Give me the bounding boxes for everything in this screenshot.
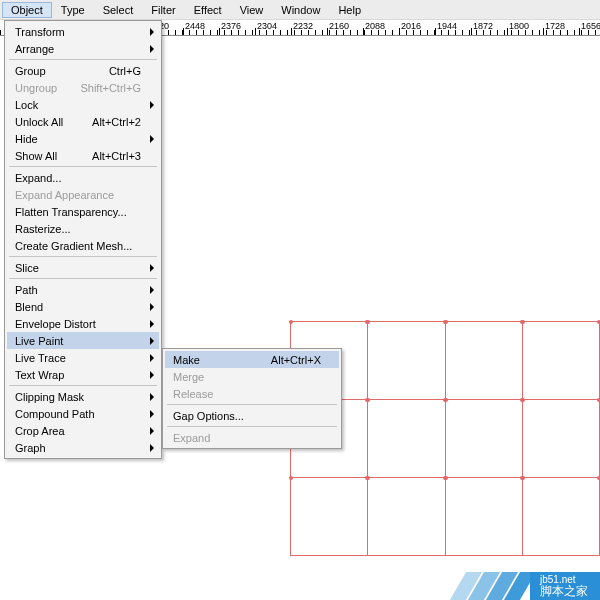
menubar-item-filter[interactable]: Filter <box>142 2 184 18</box>
menubar-item-object[interactable]: Object <box>2 2 52 18</box>
ruler-tick: 1872 <box>473 21 493 31</box>
menu-item-label: Live Trace <box>15 352 141 364</box>
watermark: jb51.net 脚本之家 <box>458 572 600 600</box>
menu-item-label: Slice <box>15 262 141 274</box>
menu-item-shortcut: Ctrl+G <box>109 65 141 77</box>
menu-item-label: Lock <box>15 99 141 111</box>
live-paint-item-release: Release <box>165 385 339 402</box>
menu-item-label: Compound Path <box>15 408 141 420</box>
object-menu-item-clipping-mask[interactable]: Clipping Mask <box>7 388 159 405</box>
menu-item-shortcut: Alt+Ctrl+3 <box>92 150 141 162</box>
menu-item-label: Gap Options... <box>173 410 321 422</box>
object-menu-item-live-trace[interactable]: Live Trace <box>7 349 159 366</box>
menu-item-label: Expand <box>173 432 321 444</box>
menubar-item-type[interactable]: Type <box>52 2 94 18</box>
object-menu-item-live-paint[interactable]: Live Paint <box>7 332 159 349</box>
live-paint-item-make[interactable]: MakeAlt+Ctrl+X <box>165 351 339 368</box>
submenu-arrow-icon <box>150 286 154 294</box>
object-menu-item-expand[interactable]: Expand... <box>7 169 159 186</box>
menu-separator <box>167 426 337 427</box>
menu-item-label: Rasterize... <box>15 223 141 235</box>
ruler-tick: 1944 <box>437 21 457 31</box>
live-paint-item-expand: Expand <box>165 429 339 446</box>
submenu-arrow-icon <box>150 135 154 143</box>
object-menu-item-envelope-distort[interactable]: Envelope Distort <box>7 315 159 332</box>
menu-item-label: Hide <box>15 133 141 145</box>
ruler-tick: 1656 <box>581 21 600 31</box>
ruler-tick: 2088 <box>365 21 385 31</box>
menu-item-label: Expand Appearance <box>15 189 141 201</box>
submenu-arrow-icon <box>150 303 154 311</box>
menu-item-label: Create Gradient Mesh... <box>15 240 141 252</box>
ruler-tick: 2448 <box>185 21 205 31</box>
ruler-tick: 1728 <box>545 21 565 31</box>
menubar-item-view[interactable]: View <box>231 2 273 18</box>
object-menu-item-hide[interactable]: Hide <box>7 130 159 147</box>
ruler-tick: 2304 <box>257 21 277 31</box>
submenu-arrow-icon <box>150 410 154 418</box>
menu-item-shortcut: Alt+Ctrl+X <box>271 354 321 366</box>
menu-separator <box>9 166 157 167</box>
menu-separator <box>9 385 157 386</box>
menu-item-label: Live Paint <box>15 335 141 347</box>
submenu-arrow-icon <box>150 264 154 272</box>
menu-item-label: Transform <box>15 26 141 38</box>
submenu-arrow-icon <box>150 45 154 53</box>
submenu-arrow-icon <box>150 444 154 452</box>
object-menu-item-graph[interactable]: Graph <box>7 439 159 456</box>
object-menu-item-crop-area[interactable]: Crop Area <box>7 422 159 439</box>
object-menu-item-compound-path[interactable]: Compound Path <box>7 405 159 422</box>
menu-item-label: Unlock All <box>15 116 80 128</box>
menu-item-label: Arrange <box>15 43 141 55</box>
object-menu-item-arrange[interactable]: Arrange <box>7 40 159 57</box>
object-menu-item-blend[interactable]: Blend <box>7 298 159 315</box>
submenu-arrow-icon <box>150 320 154 328</box>
submenu-arrow-icon <box>150 28 154 36</box>
object-menu-item-unlock-all[interactable]: Unlock AllAlt+Ctrl+2 <box>7 113 159 130</box>
live-paint-item-gap-options[interactable]: Gap Options... <box>165 407 339 424</box>
menu-item-label: Graph <box>15 442 141 454</box>
live-paint-submenu: MakeAlt+Ctrl+XMergeReleaseGap Options...… <box>162 348 342 449</box>
menu-item-label: Merge <box>173 371 321 383</box>
object-menu-item-lock[interactable]: Lock <box>7 96 159 113</box>
submenu-arrow-icon <box>150 393 154 401</box>
object-menu-item-expand-appearance: Expand Appearance <box>7 186 159 203</box>
menu-separator <box>9 278 157 279</box>
menu-item-label: Crop Area <box>15 425 141 437</box>
menu-item-label: Release <box>173 388 321 400</box>
ruler-tick: 2232 <box>293 21 313 31</box>
ruler-tick: 2016 <box>401 21 421 31</box>
object-menu-item-slice[interactable]: Slice <box>7 259 159 276</box>
menu-separator <box>9 59 157 60</box>
menu-separator <box>9 256 157 257</box>
object-menu-item-ungroup: UngroupShift+Ctrl+G <box>7 79 159 96</box>
ruler-tick: 2376 <box>221 21 241 31</box>
menu-item-label: Flatten Transparency... <box>15 206 141 218</box>
object-menu-item-path[interactable]: Path <box>7 281 159 298</box>
menu-item-label: Ungroup <box>15 82 68 94</box>
object-menu-item-group[interactable]: GroupCtrl+G <box>7 62 159 79</box>
menu-item-label: Envelope Distort <box>15 318 141 330</box>
menu-item-label: Make <box>173 354 259 366</box>
object-menu-item-text-wrap[interactable]: Text Wrap <box>7 366 159 383</box>
object-menu-item-flatten-transparency[interactable]: Flatten Transparency... <box>7 203 159 220</box>
menu-item-label: Blend <box>15 301 141 313</box>
menu-item-shortcut: Shift+Ctrl+G <box>80 82 141 94</box>
object-menu-item-show-all[interactable]: Show AllAlt+Ctrl+3 <box>7 147 159 164</box>
menu-item-label: Expand... <box>15 172 141 184</box>
menubar-item-help[interactable]: Help <box>329 2 370 18</box>
menubar-item-effect[interactable]: Effect <box>185 2 231 18</box>
object-menu-item-create-gradient-mesh[interactable]: Create Gradient Mesh... <box>7 237 159 254</box>
ruler-tick: 1800 <box>509 21 529 31</box>
menu-item-label: Group <box>15 65 97 77</box>
object-menu: TransformArrangeGroupCtrl+GUngroupShift+… <box>4 20 162 459</box>
submenu-arrow-icon <box>150 354 154 362</box>
menubar-item-window[interactable]: Window <box>272 2 329 18</box>
object-menu-item-rasterize[interactable]: Rasterize... <box>7 220 159 237</box>
object-menu-item-transform[interactable]: Transform <box>7 23 159 40</box>
submenu-arrow-icon <box>150 371 154 379</box>
menubar-item-select[interactable]: Select <box>94 2 143 18</box>
submenu-arrow-icon <box>150 101 154 109</box>
menu-item-label: Text Wrap <box>15 369 141 381</box>
watermark-text: 脚本之家 <box>540 585 588 598</box>
